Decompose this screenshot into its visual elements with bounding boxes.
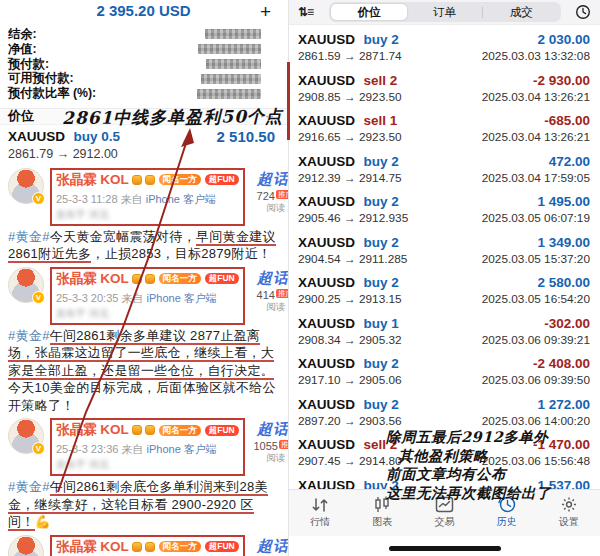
account-row: 预付款:: [8, 57, 261, 72]
red-annotation-box: 张晶霖 KOL 闻名一方 超FUN 25-3-7 21:33 来自 iPhone…: [50, 535, 245, 556]
weibo-post: 张晶霖 KOL 闻名一方 超FUN 25-3-3 20:35 来自 iPhone…: [0, 264, 287, 416]
client-link[interactable]: iPhone 客户端: [147, 443, 217, 455]
history-row[interactable]: XAUUSD buy 2 472.00 2912.39 → 2914.75 20…: [298, 152, 590, 185]
medal-icon: [145, 175, 155, 185]
handwritten-note-top: 2861中线多单盈利50个点: [62, 105, 283, 130]
add-button[interactable]: +: [260, 1, 271, 23]
history-row[interactable]: XAUUSD buy 2 1 349.00 2904.54 → 2911.285…: [298, 233, 590, 266]
supertopic-logo: 超话: [257, 420, 289, 437]
red-annotation-box: 张晶霖 KOL 闻名一方 超FUN 25-3-3 20:35 来自 iPhone…: [50, 267, 245, 325]
read-count: 724: [257, 190, 275, 202]
post-meta: 25-3-3 11:28 来自 iPhone 客户端: [56, 192, 239, 207]
gold-hashtag[interactable]: #黄金#: [8, 328, 50, 343]
row-prices: 2912.39 → 2914.75: [298, 171, 402, 185]
row-prices: 2916.65 → 2923.50: [298, 130, 402, 144]
censored-value: [206, 59, 261, 69]
author-name[interactable]: 张晶霖 KOL: [56, 171, 129, 189]
supertopic-logo: 超话: [257, 537, 289, 554]
row-symbol: XAUUSD: [298, 397, 355, 412]
censored-value: [197, 89, 261, 99]
fame-badge: 闻名一方: [159, 174, 201, 185]
row-profit: 1 272.00: [537, 397, 590, 412]
row-profit: 472.00: [549, 154, 590, 169]
row-prices: 2905.46 → 2912.935: [298, 211, 408, 225]
row-time: 2025.03.04 13:26:21: [482, 90, 590, 104]
row-symbol: XAUUSD: [298, 275, 355, 290]
row-symbol: XAUUSD: [298, 356, 355, 371]
medal-icon: [132, 274, 142, 284]
row-side: buy 2: [363, 397, 398, 412]
censored-value: [198, 44, 261, 54]
fun-badge: 超FUN: [205, 425, 239, 436]
avatar[interactable]: [8, 267, 44, 303]
tab-prices[interactable]: 价位: [331, 4, 407, 20]
open-position-row[interactable]: XAUUSD buy 0.5 2 510.50 2861.79 → 2912.0…: [0, 125, 287, 163]
row-symbol: XAUUSD: [298, 73, 355, 88]
client-link[interactable]: iPhone 客户端: [147, 292, 217, 304]
row-symbol: XAUUSD: [298, 316, 355, 331]
row-prices: 2897.20 → 2903.56: [298, 414, 402, 428]
history-row[interactable]: XAUUSD buy 2 1 272.00 2897.20 → 2903.56 …: [298, 395, 590, 428]
row-time: 2025.03.04 13:26:21: [482, 130, 590, 144]
post-text: #黄金#今天黄金宽幅震荡对待，早间黄金建议2861附近先多，止损2853，目标2…: [8, 228, 279, 263]
row-time: 2025.03.05 06:07:19: [482, 211, 590, 225]
red-annotation-box: 张晶霖 KOL 闻名一方 超FUN 25-3-3 11:28 来自 iPhone…: [50, 168, 245, 226]
author-name[interactable]: 张晶霖 KOL: [56, 538, 129, 556]
tab-quotes[interactable]: 行情: [289, 490, 351, 536]
row-time: 2025.03.03 13:32:08: [482, 49, 590, 63]
row-side: buy 2: [363, 194, 398, 209]
row-prices: 2908.85 → 2923.50: [298, 90, 402, 104]
history-row[interactable]: XAUUSD buy 2 -2 408.00 2917.10 → 2905.06…: [298, 354, 590, 387]
clock-icon[interactable]: [575, 4, 591, 20]
fame-badge: 闻名一方: [159, 541, 201, 552]
history-row[interactable]: XAUUSD buy 2 1 495.00 2905.46 → 2912.935…: [298, 192, 590, 225]
avatar[interactable]: [8, 168, 44, 204]
fun-badge: 超FUN: [205, 174, 239, 185]
position-side: buy 0.5: [73, 129, 120, 144]
sort-icon[interactable]: ⇅≡: [298, 5, 313, 19]
history-row[interactable]: XAUUSD sell 2 -2 930.00 2908.85 → 2923.5…: [298, 71, 590, 104]
post-origin-blurred: 发布于 河北: [56, 307, 239, 321]
avatar[interactable]: [8, 535, 44, 556]
account-row: 结余:: [8, 27, 261, 42]
weibo-post-feed: 张晶霖 KOL 闻名一方 超FUN 25-3-3 11:28 来自 iPhone…: [0, 165, 287, 556]
history-row[interactable]: XAUUSD buy 1 -302.00 2908.34 → 2905.32 2…: [298, 314, 590, 347]
home-indicator: [389, 546, 501, 551]
medal-icon: [132, 542, 142, 552]
row-side: buy 2: [363, 275, 398, 290]
weibo-post: 张晶霖 KOL 闻名一方 超FUN 25-3-3 11:28 来自 iPhone…: [0, 165, 287, 264]
supertopic-logo: 超话: [257, 269, 289, 286]
medal-icon: [145, 542, 155, 552]
history-row[interactable]: XAUUSD buy 2 2 030.00 2861.59 → 2871.74 …: [298, 30, 590, 63]
row-side: sell 1: [363, 113, 397, 128]
row-time: 2025.03.06 14:00:20: [482, 414, 590, 428]
tab-deals[interactable]: 成交: [483, 4, 559, 20]
row-time: 2025.03.06 09:39:21: [482, 333, 590, 347]
avatar[interactable]: [8, 418, 44, 454]
row-time: 2025.03.04 17:59:05: [482, 171, 590, 185]
gold-hashtag[interactable]: #黄金#: [8, 229, 50, 244]
medal-icon: [132, 425, 142, 435]
post-meta: 25-3-3 23:36 来自 iPhone 客户端: [56, 442, 239, 457]
row-symbol: XAUUSD: [298, 235, 355, 250]
row-prices: 2900.25 → 2913.15: [298, 292, 402, 306]
row-profit: 2 030.00: [537, 32, 590, 47]
weibo-post: 张晶霖 KOL 闻名一方 超FUN 25-3-3 23:36 来自 iPhone…: [0, 415, 287, 532]
author-name[interactable]: 张晶霖 KOL: [56, 421, 129, 439]
history-row[interactable]: XAUUSD sell 1 -685.00 2916.65 → 2923.50 …: [298, 111, 590, 144]
author-name[interactable]: 张晶霖 KOL: [56, 270, 129, 288]
client-link[interactable]: iPhone 客户端: [146, 193, 216, 205]
history-tabs: 价位 订单 成交: [329, 2, 561, 22]
row-side: buy 2: [363, 235, 398, 250]
post-meta: 25-3-3 20:35 来自 iPhone 客户端: [56, 291, 239, 306]
section-title: 价位: [8, 107, 34, 125]
gold-hashtag[interactable]: #黄金#: [8, 479, 50, 494]
row-time: 2025.03.05 16:54:20: [482, 292, 590, 306]
medal-icon: [145, 274, 155, 284]
row-side: buy 2: [363, 32, 398, 47]
history-row[interactable]: XAUUSD buy 2 2 580.00 2900.25 → 2913.15 …: [298, 273, 590, 306]
composite-screenshot: 2 395.20 USD + 结余: 净值: 预付款: 可用预付款: 预付款比率…: [0, 0, 600, 556]
tab-orders[interactable]: 订单: [407, 4, 483, 20]
post-text: #黄金#午间2861剩余底仓多单利润来到28美金，继续拿好，这轮目标看 2900…: [8, 478, 279, 531]
fame-badge: 闻名一方: [159, 273, 201, 284]
